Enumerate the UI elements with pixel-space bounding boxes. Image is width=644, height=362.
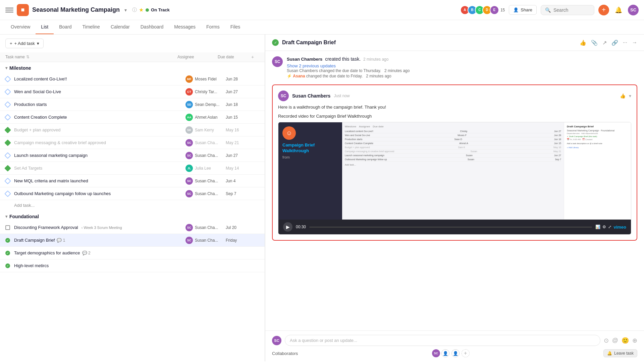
sort-icon[interactable]: ⇅ bbox=[26, 55, 30, 59]
search-input[interactable] bbox=[553, 7, 587, 13]
mention-icon[interactable]: @ bbox=[612, 337, 618, 344]
section-milestone: ▾ Milestone Localized content Go-Live!! … bbox=[0, 62, 265, 210]
leave-task-button[interactable]: 🔔 Leave task bbox=[603, 349, 637, 357]
tab-board[interactable]: Board bbox=[54, 20, 77, 34]
table-row[interactable]: Wen and Social Go-Live CT Christy Tar...… bbox=[0, 85, 265, 98]
task-checkbox-filled[interactable] bbox=[4, 127, 11, 133]
task-checkbox-filled[interactable] bbox=[4, 139, 11, 146]
show-updates-link[interactable]: Show 2 previous updates bbox=[287, 63, 637, 68]
emoji-icon[interactable]: ⊙ bbox=[604, 337, 609, 344]
table-row[interactable]: Set Ad Targets JL Julia Lee May 14 bbox=[0, 162, 265, 175]
like-icon[interactable]: 👍 bbox=[580, 40, 586, 46]
expand-icon[interactable]: ▾ bbox=[629, 93, 631, 99]
add-collaborator-icon-2[interactable]: 👤 bbox=[451, 349, 460, 357]
avatar[interactable]: E bbox=[490, 5, 499, 15]
smile-icon[interactable]: 🙂 bbox=[622, 337, 629, 344]
task-checkbox[interactable] bbox=[4, 178, 11, 184]
project-title: Seasonal Marketing Campaign bbox=[32, 6, 120, 13]
table-row[interactable]: Outbound Marketing campaign follow up la… bbox=[0, 187, 265, 200]
task-checkbox[interactable] bbox=[4, 101, 11, 108]
volume-icon[interactable]: 📊 bbox=[595, 225, 600, 229]
member-avatars[interactable]: A B C D E 15 bbox=[460, 5, 505, 15]
share-arrow-icon[interactable]: ↗ bbox=[602, 40, 607, 46]
section-collapse-icon[interactable]: ▾ bbox=[5, 66, 7, 70]
table-row[interactable]: New MQL criteria and matrix launched SC … bbox=[0, 175, 265, 187]
assignee-avatar: JL bbox=[185, 165, 193, 172]
asana-label: Asana bbox=[293, 74, 305, 78]
video-embed[interactable]: ☺ Campaign Brief Walkthrough from Milest… bbox=[278, 122, 631, 235]
task-name: Localized content Go-Live!! bbox=[14, 76, 185, 81]
activity-time: 2 minutes ago bbox=[363, 57, 388, 62]
notification-icon[interactable]: 🔔 bbox=[613, 5, 624, 15]
tab-messages[interactable]: Messages bbox=[169, 20, 201, 34]
tab-forms[interactable]: Forms bbox=[201, 20, 225, 34]
task-checkbox-check[interactable]: ✓ bbox=[5, 238, 10, 243]
menu-icon[interactable] bbox=[5, 6, 13, 14]
table-row[interactable]: Campaign messaging & creative brief appr… bbox=[0, 136, 265, 149]
task-checkbox[interactable] bbox=[4, 76, 11, 82]
star-icon[interactable]: ★ bbox=[139, 7, 144, 13]
task-checkbox[interactable] bbox=[4, 152, 11, 159]
table-row[interactable]: Localized content Go-Live!! MF Moses Fid… bbox=[0, 73, 265, 85]
share-button[interactable]: 👤 Share bbox=[509, 5, 537, 15]
video-brand-area: 📊 ⚙ ⤢ vimeo bbox=[595, 225, 626, 230]
table-row[interactable]: Production starts SD Sean Demp... Jun 18 bbox=[0, 98, 265, 111]
section-milestone-header: ▾ Milestone bbox=[0, 62, 265, 73]
task-checkbox-filled[interactable] bbox=[4, 165, 11, 172]
comment-meta-actions: 👍 ▾ bbox=[620, 93, 631, 99]
tab-dashboard[interactable]: Dashboard bbox=[135, 20, 169, 34]
tab-overview[interactable]: Overview bbox=[5, 20, 36, 34]
table-row[interactable]: ✓ Draft Campaign Brief 💬 1 SC Susan Cha.… bbox=[0, 234, 265, 247]
tab-files[interactable]: Files bbox=[225, 20, 246, 34]
attach-icon[interactable]: 📎 bbox=[591, 40, 598, 46]
section-collapse-icon[interactable]: ▾ bbox=[5, 214, 7, 219]
video-progress-bar[interactable] bbox=[309, 227, 592, 228]
task-checkbox-check[interactable]: ✓ bbox=[5, 251, 10, 255]
table-row[interactable]: Budget + plan approved SK Sam Kerry May … bbox=[0, 124, 265, 136]
video-from-label: from bbox=[282, 155, 338, 159]
table-row[interactable]: Content Creation Complete AA Ahmet Aslan… bbox=[0, 111, 265, 124]
task-name: Discounting Framework Approval ‹ Week 3 … bbox=[14, 225, 185, 230]
tab-list[interactable]: List bbox=[36, 20, 54, 34]
table-row[interactable]: Launch seasonal marketing campaign SC Su… bbox=[0, 149, 265, 162]
thumbs-up-icon[interactable]: 👍 bbox=[620, 93, 626, 99]
add-button[interactable]: + bbox=[598, 5, 609, 15]
add-column-icon[interactable]: + bbox=[251, 54, 259, 60]
plus-icon: + bbox=[10, 41, 12, 46]
play-button[interactable]: ▶ bbox=[283, 222, 292, 232]
mini-detail-row: Seasonal Marketing Campaign · Foundation… bbox=[567, 129, 628, 132]
task-checkbox[interactable] bbox=[4, 88, 11, 95]
task-checkbox[interactable] bbox=[4, 114, 11, 121]
table-row[interactable]: ✓ High-level metircs bbox=[0, 259, 265, 272]
title-chevron-icon[interactable]: ▾ bbox=[124, 7, 127, 13]
video-controls[interactable]: ▶ 00:30 📊 ⚙ ⤢ vimeo bbox=[278, 220, 631, 234]
add-task-button[interactable]: + + Add task ▾ bbox=[5, 39, 44, 48]
chevron-down-icon[interactable]: ▾ bbox=[37, 41, 39, 46]
settings-icon[interactable]: ⚙ bbox=[602, 225, 606, 229]
section-foundational-header: ▾ Foundational bbox=[0, 210, 265, 221]
attach-comment-icon[interactable]: ⊕ bbox=[632, 337, 637, 344]
user-avatar[interactable]: SC bbox=[628, 5, 639, 15]
info-icon[interactable]: ⓘ bbox=[132, 7, 137, 13]
table-row[interactable]: Discounting Framework Approval ‹ Week 3 … bbox=[0, 221, 265, 234]
task-checkbox-square[interactable] bbox=[5, 225, 10, 230]
fullscreen-icon[interactable]: ⤢ bbox=[608, 225, 611, 229]
collab-avatar[interactable]: SC bbox=[432, 349, 440, 357]
task-checkbox[interactable] bbox=[4, 190, 11, 197]
table-row[interactable]: ✓ Target demographics for audience 💬 2 bbox=[0, 247, 265, 259]
tab-calendar[interactable]: Calendar bbox=[105, 20, 135, 34]
search-bar[interactable]: 🔍 bbox=[541, 5, 594, 15]
more-options-icon[interactable]: ··· bbox=[623, 40, 627, 46]
task-due-date: Friday bbox=[226, 238, 259, 243]
add-collaborator-icon[interactable]: 👤 bbox=[441, 349, 449, 357]
comment-toolbar: ⊙ @ 🙂 ⊕ bbox=[604, 337, 637, 344]
link-icon[interactable]: 🔗 bbox=[611, 40, 618, 46]
add-task-inline[interactable]: Add task... bbox=[0, 200, 265, 210]
task-name: Set Ad Targets bbox=[14, 166, 185, 171]
add-collaborator-button[interactable]: + bbox=[462, 349, 470, 357]
app-logo: ■ bbox=[17, 4, 29, 16]
tab-timeline[interactable]: Timeline bbox=[77, 20, 105, 34]
comment-input[interactable]: Ask a question or post an update... bbox=[285, 335, 600, 346]
task-checkbox-check[interactable]: ✓ bbox=[5, 263, 10, 268]
close-panel-icon[interactable]: → bbox=[632, 40, 637, 46]
